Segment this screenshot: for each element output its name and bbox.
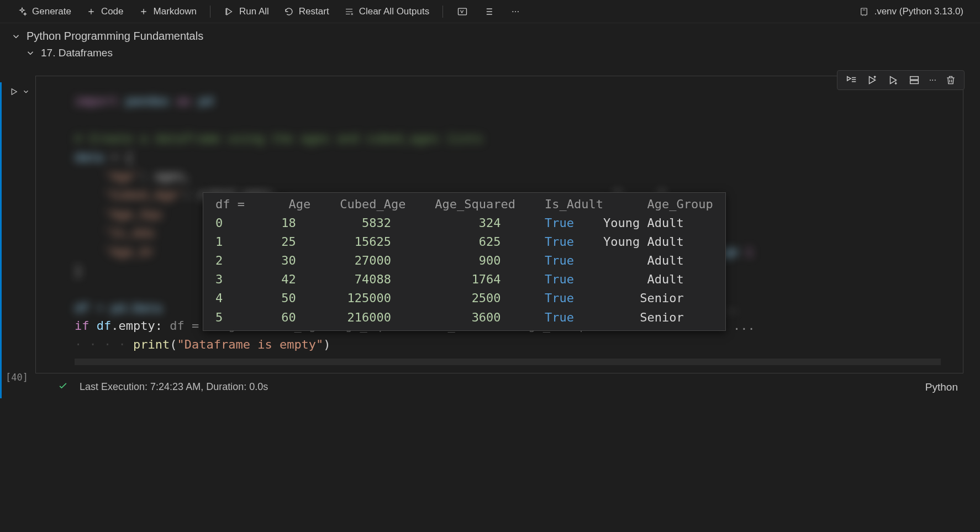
horizontal-scrollbar[interactable]: [75, 359, 941, 365]
cell-language-label[interactable]: Python: [925, 381, 958, 393]
debug-hover-tooltip: df = Age Cubed_Age Age_Squared Is_Adult …: [203, 192, 726, 331]
cell-action-bar: ···: [837, 70, 965, 90]
clear-outputs-button[interactable]: Clear All Outputs: [338, 4, 435, 19]
add-code-button[interactable]: Code: [80, 4, 129, 19]
outline-label: 17. Dataframes: [41, 47, 113, 59]
execution-status-text: Last Execution: 7:24:23 AM, Duration: 0.…: [80, 381, 268, 393]
code-cell[interactable]: import pandas as pd # Create a dataframe…: [35, 76, 963, 373]
server-icon: [858, 6, 870, 17]
run-all-label: Run All: [239, 6, 269, 17]
run-by-line-button[interactable]: [845, 74, 857, 86]
add-markdown-button[interactable]: Markdown: [133, 4, 202, 19]
sparkle-icon: [17, 6, 28, 17]
notebook-toolbar: Generate Code Markdown Run All Restart C…: [0, 0, 980, 23]
cell-status-bar: Last Execution: 7:24:23 AM, Duration: 0.…: [2, 373, 980, 398]
execute-below-button[interactable]: [887, 74, 899, 86]
variables-button[interactable]: [451, 3, 474, 20]
restart-label: Restart: [299, 6, 329, 17]
ellipsis-icon: ···: [509, 6, 521, 18]
run-all-icon: [224, 6, 235, 17]
svg-rect-2: [910, 77, 918, 80]
check-icon: [57, 380, 69, 394]
split-cell-button[interactable]: [908, 74, 920, 86]
variables-icon: [456, 6, 468, 18]
code-editor[interactable]: import pandas as pd # Create a dataframe…: [36, 76, 963, 373]
code-line[interactable]: · · · · print("Dataframe is empty"): [75, 335, 941, 354]
chevron-down-icon: [25, 48, 35, 58]
ellipsis-icon: ···: [929, 75, 936, 85]
svg-rect-3: [910, 81, 918, 84]
separator: [210, 6, 210, 18]
cell-run-button[interactable]: [9, 87, 30, 97]
generate-label: Generate: [32, 6, 71, 17]
clear-outputs-label: Clear All Outputs: [359, 6, 430, 17]
plus-icon: [86, 6, 97, 17]
kernel-selector[interactable]: .venv (Python 3.13.0): [853, 4, 969, 19]
outline-item-level1[interactable]: Python Programming Fundamentals: [11, 28, 969, 45]
restart-icon: [283, 6, 294, 17]
outline-label: Python Programming Fundamentals: [27, 30, 203, 43]
svg-rect-1: [861, 8, 867, 15]
outline-icon: [483, 6, 495, 18]
restart-button[interactable]: Restart: [278, 4, 335, 19]
outline-button[interactable]: [477, 3, 500, 20]
cell-focus-indicator: [0, 82, 2, 398]
more-button[interactable]: ···: [504, 3, 527, 20]
code-label: Code: [101, 6, 124, 17]
generate-button[interactable]: Generate: [11, 4, 77, 19]
delete-cell-button[interactable]: [945, 74, 956, 86]
execute-above-button[interactable]: [866, 74, 878, 86]
run-all-button[interactable]: Run All: [218, 4, 275, 19]
notebook-cell: ··· import pandas as pd # Create a dataf…: [0, 76, 980, 398]
separator: [442, 6, 443, 18]
chevron-down-icon: [11, 31, 21, 41]
outline-panel: Python Programming Fundamentals 17. Data…: [0, 23, 980, 65]
markdown-label: Markdown: [154, 6, 197, 17]
more-cell-actions-button[interactable]: ···: [929, 74, 936, 86]
kernel-label: .venv (Python 3.13.0): [874, 6, 963, 17]
outline-item-level2[interactable]: 17. Dataframes: [11, 45, 969, 61]
execution-count: [40]: [6, 372, 28, 383]
clear-icon: [344, 6, 355, 17]
plus-icon: [138, 6, 149, 17]
